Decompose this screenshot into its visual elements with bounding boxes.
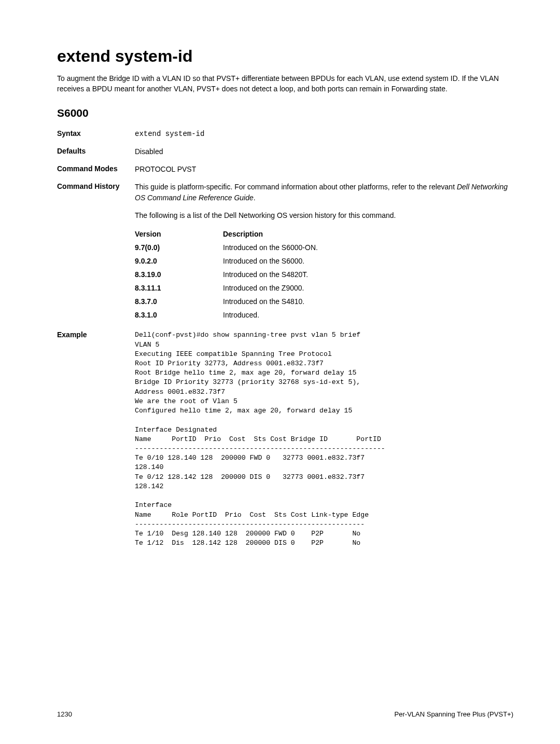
syntax-label: Syntax xyxy=(57,129,135,139)
example-label: Example xyxy=(57,330,135,548)
version-header: Version Description xyxy=(135,230,513,238)
footer-section-title: Per-VLAN Spanning Tree Plus (PVST+) xyxy=(395,710,513,718)
footer-page-number: 1230 xyxy=(57,710,72,718)
version-num: 9.0.2.0 xyxy=(135,257,223,265)
version-row: 8.3.7.0 Introduced on the S4810. xyxy=(135,297,513,306)
defaults-label: Defaults xyxy=(57,146,135,157)
version-num: 8.3.19.0 xyxy=(135,270,223,279)
syntax-value: extend system-id xyxy=(135,129,513,139)
modes-row: Command Modes PROTOCOL PVST xyxy=(57,164,513,174)
version-row: 8.3.1.0 Introduced. xyxy=(135,311,513,319)
page-footer: 1230 Per-VLAN Spanning Tree Plus (PVST+) xyxy=(57,710,513,718)
history-value: This guide is platform-specific. For com… xyxy=(135,182,513,221)
version-desc: Introduced on the S4820T. xyxy=(223,270,308,279)
version-desc: Introduced. xyxy=(223,311,259,319)
example-output: Dell(conf-pvst)#do show spanning-tree pv… xyxy=(135,330,385,548)
version-header-col2: Description xyxy=(223,230,263,238)
modes-label: Command Modes xyxy=(57,164,135,174)
page-title: extend system-id xyxy=(57,47,513,66)
history-para1: This guide is platform-specific. For com… xyxy=(135,182,513,203)
version-desc: Introduced on the S6000-ON. xyxy=(223,243,318,252)
modes-value: PROTOCOL PVST xyxy=(135,164,513,174)
subheading: S6000 xyxy=(57,107,513,119)
version-num: 8.3.7.0 xyxy=(135,297,223,306)
version-desc: Introduced on the Z9000. xyxy=(223,284,304,292)
version-table: Version Description 9.7(0.0) Introduced … xyxy=(135,230,513,319)
history-para2: The following is a list of the Dell Netw… xyxy=(135,210,513,221)
version-desc: Introduced on the S6000. xyxy=(223,257,304,265)
version-row: 9.7(0.0) Introduced on the S6000-ON. xyxy=(135,243,513,252)
defaults-value: Disabled xyxy=(135,146,513,157)
history-row: Command History This guide is platform-s… xyxy=(57,182,513,221)
defaults-row: Defaults Disabled xyxy=(57,146,513,157)
version-num: 8.3.1.0 xyxy=(135,311,223,319)
syntax-row: Syntax extend system-id xyxy=(57,129,513,139)
version-header-col1: Version xyxy=(135,230,223,238)
version-num: 8.3.11.1 xyxy=(135,284,223,292)
version-num: 9.7(0.0) xyxy=(135,243,223,252)
example-row: Example Dell(conf-pvst)#do show spanning… xyxy=(57,330,513,548)
version-row: 8.3.11.1 Introduced on the Z9000. xyxy=(135,284,513,292)
version-desc: Introduced on the S4810. xyxy=(223,297,304,306)
version-row: 9.0.2.0 Introduced on the S6000. xyxy=(135,257,513,265)
version-row: 8.3.19.0 Introduced on the S4820T. xyxy=(135,270,513,279)
intro-paragraph: To augment the Bridge ID with a VLAN ID … xyxy=(57,73,513,94)
history-label: Command History xyxy=(57,182,135,221)
